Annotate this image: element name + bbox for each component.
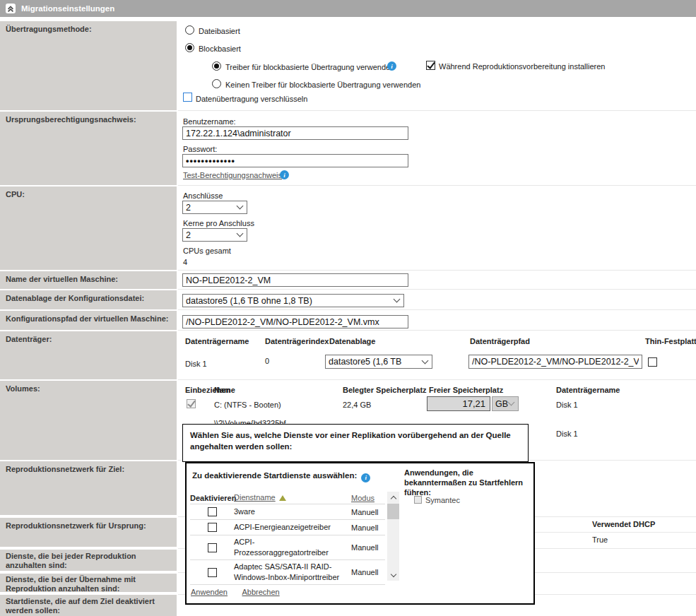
label-volumes: Volumes: [0,381,177,460]
info-icon[interactable]: i [361,473,370,482]
sockets-select-value: 2 [186,203,191,213]
row-divider [178,289,696,290]
radio-block-based[interactable] [185,43,194,52]
disk-datastore-select[interactable]: datastore5 (1,6 TB [325,355,432,369]
chevron-down-icon [394,296,401,303]
config-datastore-select[interactable]: datastore5 (1,6 TB ohne 1,8 TB) [182,294,404,307]
uses-dhcp-header: Verwendet DHCP [592,520,655,528]
scroll-down-icon[interactable] [387,569,399,581]
collapse-section-icon[interactable] [6,4,16,13]
total-cpus-value: 4 [183,258,187,266]
service-disable-checkbox[interactable] [208,507,217,516]
checkbox-encrypt-transfer[interactable] [183,93,192,102]
dialog-actions: Anwenden Abbrechen [191,588,293,596]
app-symantec-label: Symantec [425,496,460,504]
config-datastore-value: datastore5 (1,6 TB ohne 1,8 TB) [186,296,312,306]
chevron-down-icon [508,399,515,406]
service-row: ACPI-Energieanzeigetreiber Manuell [190,520,385,535]
label-source-network: Reproduktionsnetzwerk für Ursprung: [0,518,177,547]
disk-datastore-value: datastore5 (1,6 TB [329,357,401,367]
col-disable-header: Deaktivieren [190,494,234,502]
col-service-name-header[interactable]: Dienstname [234,492,351,503]
checkbox-encrypt-transfer-label: Datenübertragung verschlüsseln [196,95,307,103]
username-input[interactable] [182,126,408,140]
disk-col-thin: Thin-Festplatte [645,337,696,345]
disk-name-value: Disk 1 [185,360,207,368]
row-divider [178,185,696,186]
col-mode-header[interactable]: Modus [351,494,382,502]
vm-name-input[interactable] [182,273,408,287]
disk-col-name: Datenträgername [185,337,249,345]
service-disable-checkbox[interactable] [208,543,217,552]
sockets-select[interactable]: 2 [182,201,247,214]
chevron-down-icon [422,357,429,364]
info-icon[interactable]: i [387,61,396,71]
volume-disk-name: Disk 1 [556,401,578,409]
label-services-cutover: Dienste, die bei der Übernahme mit Repro… [0,574,177,592]
label-source-credentials: Ursprungsberechtigungsnachweis: [0,112,177,185]
volume-free-space-input[interactable] [427,396,490,411]
col-mode-link[interactable]: Modus [351,494,374,502]
radio-no-driver[interactable] [212,79,221,88]
vol-col-free: Freier Speicherplatz [429,386,503,394]
label-services-every: Dienste, die bei jeder Reproduktion anzu… [0,550,177,571]
checkbox-install-during-prep-label: Während Reproduktionsvorbereitung instal… [439,62,605,71]
scrollbar-thumb[interactable] [387,504,399,519]
cancel-link[interactable]: Abbrechen [242,588,279,596]
app-symantec-checkbox [414,496,422,504]
volume-free-unit-select: GB [492,396,519,411]
volume-free-unit-value: GB [495,399,508,409]
radio-file-based[interactable] [185,25,194,35]
checkbox-install-during-prep[interactable] [426,61,435,70]
service-row: 3ware Manuell [190,504,385,520]
label-config-datastore: Datenablage der Konfigurationsdatei: [0,290,177,309]
radio-file-based-label: Dateibasiert [199,27,240,35]
service-disable-checkbox[interactable] [208,523,217,532]
services-scrollbar[interactable] [387,492,399,581]
cores-select[interactable]: 2 [182,228,247,242]
col-service-name-link[interactable]: Dienstname [234,493,276,502]
vol-col-disk: Datenträgername [556,386,620,394]
dialog-title-text: Zu deaktivierende Startdienste auswählen… [192,471,357,480]
radio-use-driver[interactable] [212,61,221,71]
info-icon[interactable]: i [280,170,289,179]
label-config-path: Konfigurationspfad der virtuellen Maschi… [0,311,177,330]
vol-col-name: Name [214,386,235,394]
row-divider [178,270,696,271]
startup-services-table: Deaktivieren Dienstname Modus 3ware Manu… [190,492,385,585]
service-row: ACPI-Prozessoraggregatortreiber Manuell [190,535,385,560]
label-cpu: CPU: [0,186,177,270]
service-mode: Manuell [351,523,382,532]
disk-index-value: 0 [265,357,269,365]
service-mode: Manuell [351,508,382,516]
password-input[interactable] [182,154,408,167]
services-message-text: Wählen Sie aus, welche Dienste vor einer… [190,431,511,451]
label-startup-disable: Startdienste, die auf dem Ziel deaktivie… [0,595,177,616]
scroll-up-icon[interactable] [387,492,399,503]
thin-disk-checkbox[interactable] [648,357,657,367]
volume-used-space: 22,4 GB [343,401,371,409]
row-divider [178,330,696,331]
apps-startup-failures-title: Anwendungen, die bekanntermaßen zu Start… [404,468,533,497]
test-credentials-link[interactable]: Test-Berechtigungsnachweis [183,171,282,179]
row-divider [178,110,696,111]
disable-startup-services-dialog: Zu deaktivierende Startdienste auswählen… [185,462,535,605]
label-disks: Datenträger: [0,331,177,379]
service-disable-checkbox[interactable] [208,568,217,577]
service-name: ACPI-Prozessoraggregatortreiber [234,537,351,558]
cores-label: Kerne pro Anschluss [183,219,254,227]
cores-select-value: 2 [186,230,191,240]
disk-path-input[interactable] [468,355,642,369]
service-row: Adaptec SAS/SATA-II RAID-Windows-Inbox-M… [190,560,385,585]
disk-col-datastore: Datenablage [329,337,375,345]
volume-disk-name-2: Disk 1 [556,430,578,438]
total-cpus-label: CPUs gesamt [183,247,231,255]
section-title: Migrationseinstellungen [21,4,114,13]
chevron-down-icon [237,203,244,210]
row-divider [178,379,696,380]
config-path-input[interactable] [182,315,408,328]
apply-link[interactable]: Anwenden [191,588,228,596]
chevrons-up-icon [6,4,15,13]
disk-col-index: Datenträgerindex [265,337,329,345]
service-name: 3ware [234,507,351,517]
